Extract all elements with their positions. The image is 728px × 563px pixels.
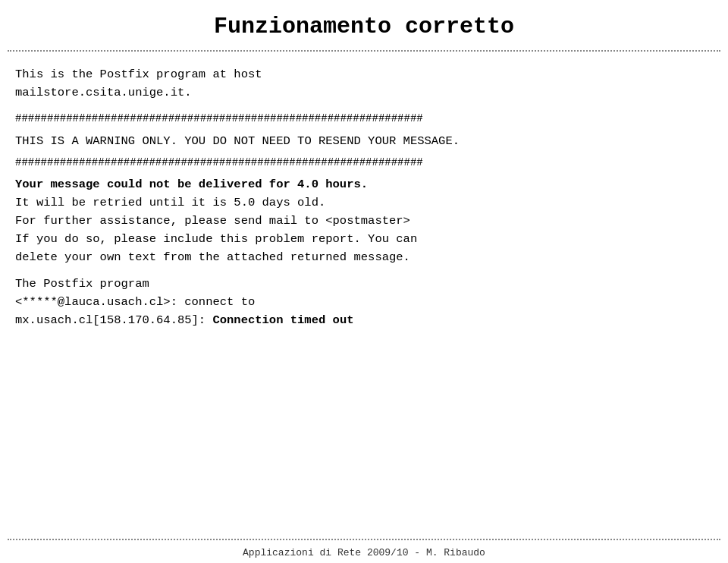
postfix-line3-bold: Connection timed out xyxy=(212,313,353,327)
footer-text: Applicazioni di Rete 2009/10 - M. Ribaud… xyxy=(0,543,728,563)
postfix-line3-plain: mx.usach.cl[158.170.64.85]: xyxy=(15,313,212,327)
warning-block: THIS IS A WARNING ONLY. YOU DO NOT NEED … xyxy=(15,132,713,150)
warning-line1: THIS IS A WARNING ONLY. xyxy=(15,134,177,148)
intro-block: This is the Postfix program at host mail… xyxy=(15,65,713,102)
delivery-line1: Your message could not be delivered for … xyxy=(15,175,713,193)
message-block: Your message could not be delivered for … xyxy=(15,175,713,266)
hash-line-1: ########################################… xyxy=(15,111,713,127)
assistance-line1: For further assistance, please send mail… xyxy=(15,212,713,230)
warning-line2: YOU DO NOT NEED TO RESEND YOUR MESSAGE. xyxy=(184,134,460,148)
assistance-line3: delete your own text from the attached r… xyxy=(15,248,713,266)
delivery-line2: It will be retried until it is 5.0 days … xyxy=(15,193,713,212)
hash-line-2: ########################################… xyxy=(15,155,713,171)
postfix-block: The Postfix program <*****@lauca.usach.c… xyxy=(15,275,713,335)
postfix-line1: The Postfix program xyxy=(15,275,713,293)
assistance-line2: If you do so, please include this proble… xyxy=(15,230,713,248)
bottom-divider xyxy=(8,539,720,540)
postfix-line2: <*****@lauca.usach.cl>: connect to xyxy=(15,293,713,311)
delivery-line1-bold: Your message could not be delivered for … xyxy=(15,178,368,191)
postfix-line3: mx.usach.cl[158.170.64.85]: Connection t… xyxy=(15,311,713,329)
page-container: Funzionamento corretto This is the Postf… xyxy=(0,0,728,563)
main-content: This is the Postfix program at host mail… xyxy=(0,52,728,533)
intro-line1: This is the Postfix program at host xyxy=(15,68,262,81)
page-title: Funzionamento corretto xyxy=(0,0,728,50)
intro-line2: mailstore.csita.unige.it. xyxy=(15,86,192,99)
